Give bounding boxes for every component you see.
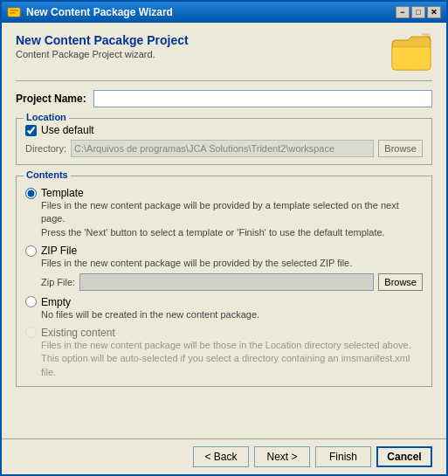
zip-description: Files in the new content package will be… bbox=[41, 257, 423, 270]
wizard-window: New Content Package Wizard − □ ✕ New Con… bbox=[0, 0, 448, 476]
existing-radio-label: Existing content bbox=[41, 327, 115, 339]
zip-radio-label[interactable]: ZIP File bbox=[41, 245, 77, 257]
project-name-input[interactable] bbox=[93, 90, 432, 107]
header-text: New Content Pacakge Project Content Pack… bbox=[16, 33, 383, 59]
zip-file-input[interactable] bbox=[79, 273, 374, 291]
project-name-label: Project Name: bbox=[16, 93, 86, 105]
directory-label: Directory: bbox=[25, 143, 66, 154]
directory-input bbox=[71, 140, 374, 157]
svg-rect-2 bbox=[10, 12, 16, 14]
empty-radio[interactable] bbox=[25, 296, 37, 307]
use-default-checkbox[interactable] bbox=[25, 125, 37, 136]
project-name-row: Project Name: bbox=[16, 90, 432, 107]
zip-radio-row: ZIP File bbox=[25, 245, 423, 257]
location-group: Location Use default Directory: Browse bbox=[16, 118, 432, 165]
main-content: New Content Pacakge Project Content Pack… bbox=[2, 23, 446, 438]
title-bar: New Content Package Wizard − □ ✕ bbox=[2, 2, 446, 23]
title-bar-text: New Content Package Wizard bbox=[26, 6, 173, 18]
header-separator bbox=[16, 80, 432, 81]
zip-radio[interactable] bbox=[25, 245, 37, 257]
template-description: Files in the new content package will be… bbox=[41, 199, 423, 239]
empty-radio-row: Empty bbox=[25, 296, 423, 308]
existing-radio-row: Existing content bbox=[25, 327, 423, 339]
template-radio[interactable] bbox=[25, 188, 37, 199]
zip-file-label: Zip File: bbox=[41, 277, 75, 287]
wizard-icon bbox=[7, 5, 21, 19]
folder-icon bbox=[390, 33, 432, 72]
directory-browse-button[interactable]: Browse bbox=[378, 140, 423, 157]
location-group-label: Location bbox=[24, 112, 69, 122]
empty-radio-label[interactable]: Empty bbox=[41, 296, 71, 308]
minimize-button[interactable]: − bbox=[396, 6, 410, 18]
header-subtitle: Content Package Project wizard. bbox=[16, 49, 383, 59]
header-area: New Content Pacakge Project Content Pack… bbox=[16, 33, 432, 72]
existing-radio bbox=[25, 327, 37, 338]
use-default-row: Use default bbox=[25, 124, 423, 136]
header-icon bbox=[390, 33, 432, 72]
template-radio-row: Template bbox=[25, 187, 423, 199]
footer: < Back Next > Finish Cancel bbox=[2, 438, 446, 474]
maximize-button[interactable]: □ bbox=[411, 6, 425, 18]
contents-group-label: Contents bbox=[24, 169, 71, 180]
svg-rect-1 bbox=[10, 10, 18, 11]
header-title: New Content Pacakge Project bbox=[16, 33, 383, 47]
zip-file-row: Zip File: Browse bbox=[41, 273, 423, 291]
next-button[interactable]: Next > bbox=[254, 446, 310, 467]
empty-description: No files will be created in the new cont… bbox=[41, 308, 423, 321]
back-button[interactable]: < Back bbox=[193, 446, 249, 467]
cancel-button[interactable]: Cancel bbox=[376, 446, 432, 467]
title-bar-controls: − □ ✕ bbox=[396, 6, 441, 18]
finish-button[interactable]: Finish bbox=[315, 446, 371, 467]
directory-row: Directory: Browse bbox=[25, 140, 423, 157]
existing-description: Files in the new content package will be… bbox=[41, 339, 423, 379]
close-button[interactable]: ✕ bbox=[427, 6, 441, 18]
use-default-label[interactable]: Use default bbox=[41, 124, 94, 136]
zip-browse-button[interactable]: Browse bbox=[378, 273, 423, 291]
template-radio-label[interactable]: Template bbox=[41, 187, 84, 199]
contents-radio-group: Template Files in the new content packag… bbox=[25, 182, 423, 379]
contents-group: Contents Template Files in the new conte… bbox=[16, 176, 432, 387]
